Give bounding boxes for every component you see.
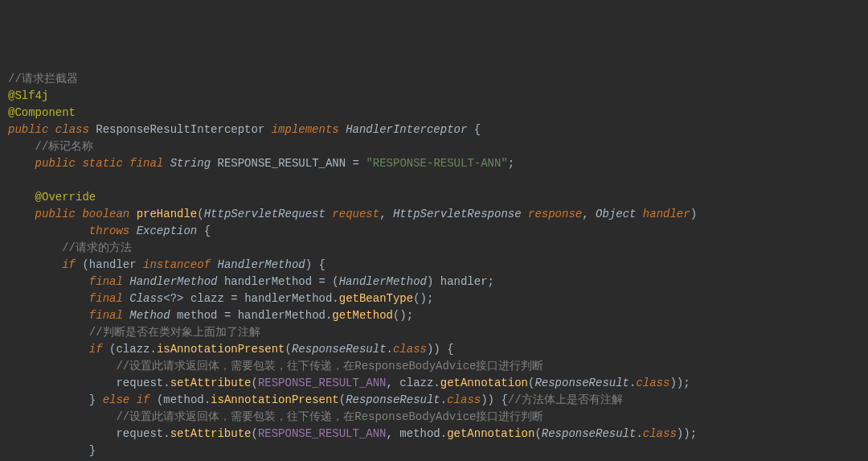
var-ref: handlerMethod [244, 292, 332, 305]
method-name: preHandle [137, 208, 198, 220]
var-ref: method [399, 427, 440, 440]
method-call: getBeanType [339, 292, 413, 305]
keyword-if: if [89, 343, 103, 356]
keyword-boolean: boolean [82, 208, 129, 220]
constant-ref: RESPONSE_RESULT_ANN [258, 377, 387, 389]
keyword-static: static [82, 157, 122, 170]
class-ref: ResponseResult [542, 427, 637, 440]
var-ref: clazz [399, 377, 433, 389]
keyword-else: else [103, 393, 130, 406]
keyword-class: class [55, 123, 89, 136]
var-name: clazz [190, 292, 224, 305]
keyword-final: final [129, 157, 163, 170]
type-ref: HandlerMethod [217, 258, 305, 271]
class-name: ResponseResultInterceptor [96, 123, 264, 136]
class-ref: ResponseResult [292, 343, 387, 356]
constant-name: RESPONSE_RESULT_ANN [218, 157, 346, 170]
type-ref: HandlerMethod [129, 275, 217, 288]
param-name: response [528, 208, 582, 220]
method-call: setAttribute [170, 377, 252, 389]
keyword-if: if [62, 258, 76, 271]
param-type: Object [596, 208, 636, 220]
keyword-instanceof: instanceof [143, 258, 211, 271]
var-ref: handler [440, 275, 488, 288]
var-ref: method [163, 393, 203, 406]
keyword-public: public [35, 157, 76, 170]
annotation-override: @Override [35, 191, 96, 204]
type-ref: Method [129, 309, 170, 322]
string-literal: "RESPONSE-RESULT-ANN" [366, 157, 507, 170]
param-name: handler [643, 208, 690, 220]
comment-line: //请求的方法 [62, 241, 132, 254]
keyword-class: class [636, 377, 669, 389]
var-ref: request [116, 427, 163, 440]
comment-line: //方法体上是否有注解 [508, 393, 623, 406]
method-call: isAnnotationPresent [157, 343, 285, 356]
var-name: handlerMethod [224, 275, 312, 288]
param-name: request [332, 208, 379, 220]
keyword-class: class [393, 343, 427, 356]
param-type: HttpServletResponse [393, 208, 522, 220]
cast-type: HandlerMethod [339, 275, 427, 288]
keyword-final: final [89, 309, 123, 322]
constant-ref: RESPONSE_RESULT_ANN [258, 427, 387, 440]
comment-line: //设置此请求返回体，需要包装，往下传递，在ResponseBodyAdvice… [116, 360, 543, 373]
type-ref: Class [129, 292, 163, 305]
var-ref: handlerMethod [238, 309, 326, 322]
type-string: String [170, 157, 211, 170]
param-type: HttpServletRequest [204, 208, 326, 220]
method-call: getAnnotation [440, 377, 528, 389]
interface-name: HandlerInterceptor [346, 123, 467, 136]
annotation: @Slf4j [8, 89, 48, 102]
keyword-implements: implements [272, 123, 339, 136]
var-ref: clazz [116, 343, 149, 356]
class-ref: ResponseResult [534, 377, 629, 389]
keyword-if: if [137, 393, 150, 406]
annotation: @Component [8, 106, 76, 119]
keyword-public: public [8, 123, 48, 136]
keyword-throws: throws [89, 224, 129, 237]
class-ref: ResponseResult [346, 393, 440, 406]
var-ref: handler [89, 258, 137, 271]
var-ref: request [116, 377, 163, 389]
var-name: method [177, 309, 217, 322]
keyword-final: final [89, 275, 123, 288]
comment-line: //判断是否在类对象上面加了注解 [89, 326, 260, 339]
comment-line: //标记名称 [35, 140, 94, 153]
exception-type: Exception [137, 224, 198, 237]
method-call: setAttribute [170, 427, 252, 440]
keyword-class: class [447, 393, 481, 406]
keyword-final: final [89, 292, 123, 305]
comment-line: //请求拦截器 [8, 72, 78, 85]
comment-line: //设置此请求返回体，需要包装，往下传递，在ResponseBodyAdvice… [116, 410, 543, 423]
method-call: isAnnotationPresent [211, 393, 339, 406]
method-call: getAnnotation [447, 427, 534, 440]
keyword-public: public [35, 208, 76, 220]
keyword-class: class [643, 427, 677, 440]
method-call: getMethod [332, 309, 393, 322]
code-block: //请求拦截器 @Slf4j @Component public class R… [8, 71, 860, 461]
